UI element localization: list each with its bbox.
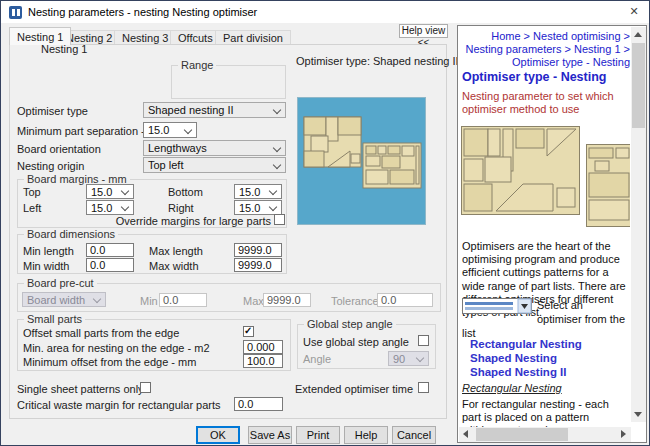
- margin-bottom-value: 15.0: [239, 186, 260, 198]
- offset-small-parts-label: Offset small parts from the edge: [23, 327, 179, 339]
- min-area-edge-label: Min. area for nesting on the edge - m2: [23, 342, 210, 354]
- min-part-separation-combo[interactable]: 15.0: [143, 122, 197, 138]
- margin-top-label: Top: [23, 186, 41, 198]
- breadcrumb[interactable]: Home > Nested optimising > Nesting param…: [464, 30, 630, 69]
- scroll-up-icon[interactable]: [634, 32, 642, 37]
- board-orientation-value: Lengthways: [148, 142, 207, 154]
- extended-optimiser-label: Extended optimiser time: [295, 383, 413, 395]
- help-heading: Optimiser type - Nesting: [462, 70, 606, 84]
- optimiser-type-value: Shaped nesting II: [148, 104, 234, 116]
- margin-left-value: 15.0: [91, 202, 112, 214]
- margin-top-value: 15.0: [91, 186, 112, 198]
- min-offset-edge-field[interactable]: 100.0: [243, 354, 283, 368]
- chevron-down-icon: [416, 354, 424, 362]
- optimiser-type-label: Optimiser type: [17, 105, 88, 117]
- help-button[interactable]: Help: [344, 426, 388, 444]
- single-sheet-checkbox[interactable]: [140, 382, 151, 393]
- use-global-step-checkbox[interactable]: [418, 335, 429, 346]
- override-margins-label: Override margins for large parts: [111, 215, 271, 227]
- offset-small-parts-checkbox[interactable]: [243, 326, 254, 337]
- precut-min-field: 0.0: [159, 293, 207, 307]
- print-button[interactable]: Print: [296, 426, 340, 444]
- save-as-button[interactable]: Save As: [248, 426, 292, 444]
- tab-offcuts[interactable]: Offcuts: [170, 30, 221, 45]
- margin-bottom-combo[interactable]: 15.0: [234, 184, 282, 199]
- scroll-left-icon[interactable]: [463, 430, 468, 438]
- step-angle-label: Angle: [303, 353, 331, 365]
- tab-part-division[interactable]: Part division: [215, 30, 291, 45]
- chevron-down-icon: [121, 187, 129, 195]
- precut-mode-value: Board width: [27, 294, 85, 306]
- vertical-scroll-thumb[interactable]: [632, 43, 645, 128]
- chevron-down-icon: [269, 203, 277, 211]
- margin-right-combo[interactable]: 15.0: [234, 200, 282, 215]
- precut-tolerance-field: 0.0: [377, 293, 433, 307]
- help-subtitle: Nesting parameter to set which optimiser…: [462, 90, 630, 116]
- tab-nesting-3[interactable]: Nesting 3: [114, 30, 176, 45]
- preview-caption: Optimiser type: Shaped nesting II: [296, 55, 459, 67]
- nesting-origin-value: Top left: [148, 159, 183, 171]
- override-margins-checkbox[interactable]: [274, 214, 285, 225]
- chevron-down-icon: [269, 187, 277, 195]
- precut-max-label: Max: [243, 295, 264, 307]
- margin-top-combo[interactable]: 15.0: [86, 184, 134, 199]
- board-dimensions-title: Board dimensions: [24, 228, 118, 240]
- margin-right-value: 15.0: [239, 202, 260, 214]
- precut-min-label: Min: [140, 295, 158, 307]
- global-step-title: Global step angle: [304, 318, 396, 330]
- chevron-down-icon: [273, 161, 281, 169]
- critical-waste-field[interactable]: 0.0: [234, 397, 283, 411]
- margin-bottom-label: Bottom: [168, 186, 203, 198]
- horizontal-scroll-thumb[interactable]: [476, 428, 568, 441]
- optimiser-type-combo[interactable]: Shaped nesting II: [143, 102, 286, 118]
- nesting-preview-image: [297, 97, 426, 225]
- title-bar: Nesting parameters - nesting Nesting opt…: [1, 1, 649, 23]
- scroll-right-icon[interactable]: [621, 430, 626, 438]
- help-vertical-scrollbar[interactable]: [631, 27, 646, 422]
- max-width-label: Max width: [149, 260, 199, 272]
- min-width-field[interactable]: 0.0: [86, 258, 134, 272]
- small-parts-title: Small parts: [24, 313, 85, 325]
- board-orientation-combo[interactable]: Lengthways: [143, 140, 286, 156]
- nesting-origin-combo[interactable]: Top left: [143, 157, 286, 173]
- min-width-label: Min width: [23, 260, 69, 272]
- precut-max-field: 9999.0: [263, 293, 311, 307]
- min-area-edge-field[interactable]: 0.000: [243, 340, 283, 354]
- scroll-down-icon[interactable]: [634, 412, 642, 417]
- margin-left-label: Left: [23, 202, 41, 214]
- use-global-step-label: Use global step angle: [303, 336, 409, 348]
- margin-left-combo[interactable]: 15.0: [86, 200, 134, 215]
- min-part-separation-value: 15.0: [148, 124, 169, 136]
- nesting-origin-label: Nesting origin: [17, 160, 84, 172]
- extended-optimiser-checkbox[interactable]: [418, 382, 429, 393]
- help-board-image-2: [586, 144, 630, 227]
- help-section-heading: Rectangular Nesting: [462, 382, 562, 394]
- board-orientation-label: Board orientation: [17, 143, 101, 155]
- critical-waste-label: Critical waste margin for rectangular pa…: [17, 399, 221, 411]
- precut-tolerance-label: Tolerance: [331, 295, 379, 307]
- app-icon: [9, 6, 22, 19]
- link-shaped-nesting-2[interactable]: Shaped Nesting II: [470, 366, 567, 378]
- tab-nesting-1[interactable]: Nesting 1: [9, 27, 71, 45]
- optimiser-dropdown-icon: [462, 298, 532, 314]
- close-icon[interactable]: ✕: [625, 3, 643, 19]
- help-panel: Home > Nested optimising > Nesting param…: [457, 25, 647, 443]
- cancel-button[interactable]: Cancel: [392, 426, 436, 444]
- link-shaped-nesting[interactable]: Shaped Nesting: [470, 352, 557, 364]
- max-length-field[interactable]: 9999.0: [234, 243, 282, 257]
- max-length-label: Max length: [149, 245, 203, 257]
- min-offset-edge-label: Minimum offset from the edge - mm: [23, 356, 196, 368]
- min-length-label: Min length: [23, 245, 74, 257]
- min-length-field[interactable]: 0.0: [86, 243, 134, 257]
- help-view-button[interactable]: Help view <<: [399, 24, 448, 38]
- link-rectangular-nesting[interactable]: Rectangular Nesting: [470, 338, 582, 350]
- range-group-title: Range: [178, 59, 216, 71]
- ok-button[interactable]: OK: [196, 426, 240, 444]
- range-group: Range: [171, 65, 286, 99]
- help-horizontal-scrollbar[interactable]: [459, 427, 631, 442]
- chevron-down-icon: [184, 126, 192, 134]
- precut-mode-combo: Board width: [22, 292, 106, 307]
- chevron-down-icon: [273, 144, 281, 152]
- max-width-field[interactable]: 9999.0: [234, 258, 282, 272]
- chevron-down-icon: [121, 203, 129, 211]
